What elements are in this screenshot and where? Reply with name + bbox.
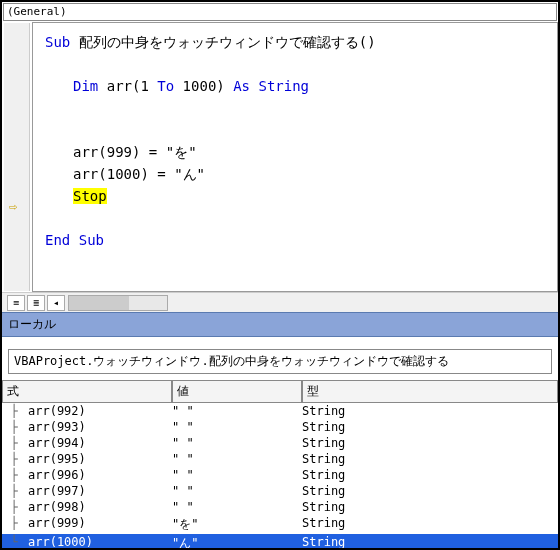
cell-expression: arr(995) xyxy=(26,452,172,466)
horizontal-scrollbar[interactable] xyxy=(68,295,168,311)
cell-expression: arr(994) xyxy=(26,436,172,450)
col-value[interactable]: 値 xyxy=(172,380,302,403)
cell-value: "を" xyxy=(172,516,302,533)
cell-expression: arr(998) xyxy=(26,500,172,514)
table-row[interactable]: arr(999)"を"String xyxy=(2,515,558,534)
tree-glyph-icon xyxy=(2,436,26,450)
code-editor[interactable]: ⇨ Sub 配列の中身をウォッチウィンドウで確認する() Dim arr(1 T… xyxy=(33,23,557,291)
locals-context: VBAProject.ウォッチウィンドウ.配列の中身をウォッチウィンドウで確認す… xyxy=(8,349,552,374)
table-row[interactable]: arr(993)" "String xyxy=(2,419,558,435)
sub-name: 配列の中身をウォッチウィンドウで確認する() xyxy=(70,34,375,50)
code-editor-frame: ⇨ Sub 配列の中身をウォッチウィンドウで確認する() Dim arr(1 T… xyxy=(32,22,558,292)
locals-grid-header: 式 値 型 xyxy=(2,380,558,403)
keyword-stop: Stop xyxy=(73,188,107,204)
cell-type: String xyxy=(302,436,558,450)
scroll-thumb[interactable] xyxy=(69,296,129,310)
keyword-to: To xyxy=(157,78,174,94)
full-module-view-button[interactable]: ≣ xyxy=(27,295,45,311)
procedure-view-button[interactable]: ≡ xyxy=(7,295,25,311)
table-row[interactable]: arr(992)" "String xyxy=(2,403,558,419)
cell-type: String xyxy=(302,468,558,482)
cell-value: " " xyxy=(172,484,302,498)
table-row[interactable]: arr(998)" "String xyxy=(2,499,558,515)
cell-type: String xyxy=(302,452,558,466)
cell-expression: arr(992) xyxy=(26,404,172,418)
table-row[interactable]: arr(995)" "String xyxy=(2,451,558,467)
cell-type: String xyxy=(302,484,558,498)
cell-expression: arr(997) xyxy=(26,484,172,498)
code-line-1000: arr(1000) = "ん" xyxy=(73,166,205,182)
keyword-sub: Sub xyxy=(45,34,70,50)
cell-type: String xyxy=(302,500,558,514)
cell-value: " " xyxy=(172,468,302,482)
tree-glyph-icon xyxy=(2,484,26,498)
object-dropdown[interactable]: (General) xyxy=(3,3,557,21)
col-expression[interactable]: 式 xyxy=(2,380,172,403)
cell-value: "ん" xyxy=(172,535,302,550)
table-row[interactable]: arr(996)" "String xyxy=(2,467,558,483)
cell-value: " " xyxy=(172,420,302,434)
editor-gutter xyxy=(4,23,30,291)
scroll-left-button[interactable]: ◂ xyxy=(47,295,65,311)
tree-glyph-icon xyxy=(2,452,26,466)
cell-expression: arr(1000) xyxy=(26,535,172,550)
cell-type: String xyxy=(302,535,558,550)
cell-type: String xyxy=(302,420,558,434)
tree-glyph-icon xyxy=(2,535,26,550)
tree-glyph-icon xyxy=(2,404,26,418)
cell-value: " " xyxy=(172,452,302,466)
table-row[interactable]: arr(997)" "String xyxy=(2,483,558,499)
cell-expression: arr(993) xyxy=(26,420,172,434)
dropdown-label: (General) xyxy=(7,5,67,18)
cell-value: " " xyxy=(172,404,302,418)
keyword-dim: Dim xyxy=(73,78,98,94)
editor-toolbar: ≡ ≣ ◂ xyxy=(2,292,558,312)
tree-glyph-icon xyxy=(2,468,26,482)
keyword-as-string: As String xyxy=(233,78,309,94)
locals-panel-title[interactable]: ローカル xyxy=(2,312,558,337)
cell-expression: arr(999) xyxy=(26,516,172,533)
cell-type: String xyxy=(302,516,558,533)
keyword-endsub: End Sub xyxy=(45,232,104,248)
code-area[interactable]: Sub 配列の中身をウォッチウィンドウで確認する() Dim arr(1 To … xyxy=(33,23,557,259)
tree-glyph-icon xyxy=(2,516,26,533)
cell-type: String xyxy=(302,404,558,418)
col-type[interactable]: 型 xyxy=(302,380,558,403)
execution-arrow-icon: ⇨ xyxy=(9,198,17,214)
cell-expression: arr(996) xyxy=(26,468,172,482)
locals-rows[interactable]: arr(992)" "Stringarr(993)" "Stringarr(99… xyxy=(2,403,558,550)
tree-glyph-icon xyxy=(2,420,26,434)
cell-value: " " xyxy=(172,500,302,514)
table-row[interactable]: arr(994)" "String xyxy=(2,435,558,451)
code-line-999: arr(999) = "を" xyxy=(73,144,197,160)
tree-glyph-icon xyxy=(2,500,26,514)
cell-value: " " xyxy=(172,436,302,450)
table-row[interactable]: arr(1000)"ん"String xyxy=(2,534,558,550)
